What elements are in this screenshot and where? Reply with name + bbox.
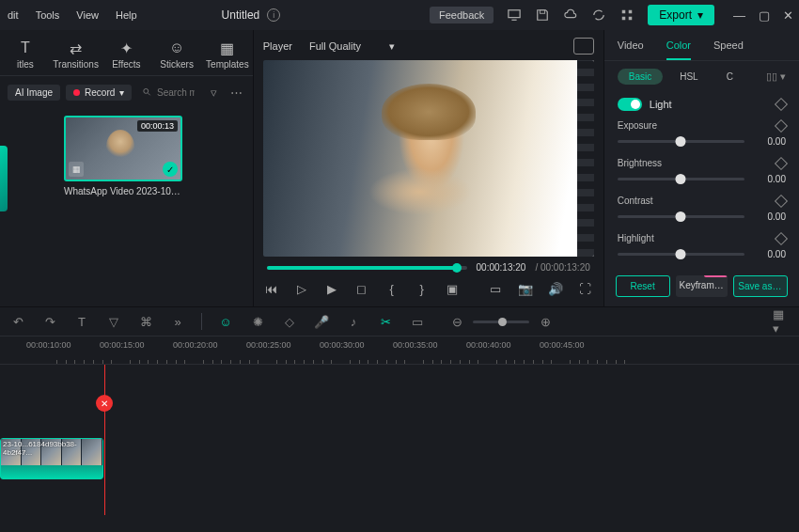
caption-icon[interactable]: ▭ — [409, 313, 426, 330]
expand-icon[interactable]: » — [169, 313, 186, 330]
check-icon: ✓ — [163, 162, 178, 177]
layout-icon[interactable]: ▦ ▾ — [773, 313, 790, 330]
search-input[interactable] — [137, 84, 199, 101]
keyframe-path-button[interactable]: Keyframe P...BETA — [676, 275, 728, 297]
quality-selector[interactable]: Full Quality▾ — [309, 40, 395, 53]
clip-label: 23-10...6184d93bb38-4b2f47... — [3, 440, 102, 457]
play-button[interactable]: ▶ — [323, 280, 340, 297]
ruler-tick: 00:00:45:00 — [540, 340, 585, 350]
timeline-ruler[interactable]: 00:00:10:0000:00:15:0000:00:20:0000:00:2… — [0, 336, 799, 365]
tab-video[interactable]: Video — [618, 39, 644, 60]
text-tool-icon[interactable]: T — [73, 313, 90, 330]
playhead-marker-icon: ✕ — [96, 395, 113, 412]
save-custom-button[interactable]: Save as cu... — [733, 275, 788, 297]
subtab-basic[interactable]: Basic — [618, 69, 663, 85]
menu-help[interactable]: Help — [116, 9, 137, 21]
save-icon[interactable] — [535, 8, 550, 23]
highlight-slider[interactable] — [618, 253, 744, 256]
mic-icon[interactable]: 🎤 — [313, 313, 330, 330]
smiley-icon[interactable]: ☺ — [217, 313, 234, 330]
undo-icon[interactable]: ↶ — [9, 313, 26, 330]
keyframe-icon[interactable] — [775, 118, 788, 132]
snapshot-icon[interactable] — [573, 38, 594, 55]
timeline-clip[interactable]: 23-10...6184d93bb38-4b2f47... — [0, 438, 103, 479]
zoom-out-button[interactable]: ⊖ — [448, 313, 465, 330]
export-button[interactable]: Export▾ — [648, 5, 714, 25]
playback-slider[interactable] — [267, 266, 467, 270]
menu-edit[interactable]: dit — [8, 9, 19, 21]
grid-icon[interactable] — [619, 8, 634, 23]
ruler-tick: 00:00:40:00 — [466, 340, 511, 350]
stop-button[interactable]: ◻ — [353, 280, 370, 297]
crop-icon[interactable]: ▣ — [444, 280, 461, 297]
exposure-value: 0.00 — [754, 136, 786, 147]
media-duration: 00:00:13 — [137, 120, 178, 132]
display-icon[interactable]: ▭ — [487, 280, 504, 297]
mark-in-button[interactable]: { — [384, 280, 400, 297]
prop-contrast: Contrast 0.00 — [604, 192, 799, 229]
exposure-slider[interactable] — [618, 140, 744, 143]
tab-transitions[interactable]: ⇄Transitions — [51, 36, 102, 75]
record-button[interactable]: Record▾ — [66, 85, 132, 101]
prop-label: Highlight — [618, 233, 654, 243]
redo-icon[interactable]: ↷ — [41, 313, 58, 330]
compare-icon[interactable]: ▯▯ ▾ — [766, 70, 786, 83]
light-toggle[interactable] — [618, 98, 642, 111]
preview-video[interactable] — [263, 60, 594, 257]
link-icon[interactable]: ⌘ — [137, 313, 154, 330]
more-icon[interactable]: ⋯ — [228, 84, 245, 101]
shield-icon[interactable]: ◇ — [281, 313, 298, 330]
tab-stickers[interactable]: ☺Stickers — [151, 36, 202, 75]
media-item[interactable]: 00:00:13 ▦ ✓ WhatsApp Video 2023-10-05..… — [64, 116, 182, 196]
tab-speed[interactable]: Speed — [713, 39, 744, 60]
tab-color[interactable]: Color — [666, 39, 691, 60]
info-icon[interactable]: i — [267, 8, 280, 22]
templates-icon: ▦ — [218, 39, 237, 56]
step-back-button[interactable]: ▷ — [293, 280, 310, 297]
mark-out-button[interactable]: } — [414, 280, 431, 297]
prev-frame-button[interactable]: ⏮ — [263, 280, 280, 297]
subtab-curves[interactable]: C — [715, 69, 744, 85]
subtab-hsl[interactable]: HSL — [668, 69, 709, 85]
keyframe-icon[interactable] — [775, 98, 788, 111]
split-icon[interactable]: ✂ — [377, 313, 394, 330]
cloud-icon[interactable] — [563, 8, 578, 23]
maximize-button[interactable]: ▢ — [759, 8, 770, 23]
refresh-icon[interactable] — [591, 8, 606, 23]
filter-icon[interactable]: ▿ — [206, 84, 223, 101]
feedback-button[interactable]: Feedback — [430, 7, 494, 23]
close-button[interactable]: ✕ — [783, 8, 793, 23]
ai-image-button[interactable]: AI Image — [8, 85, 60, 101]
fullscreen-icon[interactable]: ⛶ — [577, 280, 594, 297]
monitor-icon[interactable] — [507, 8, 522, 23]
brightness-slider[interactable] — [618, 178, 744, 180]
svg-rect-4 — [629, 10, 633, 14]
marker-icon[interactable]: ▽ — [105, 313, 122, 330]
template-card[interactable] — [0, 146, 8, 211]
volume-icon[interactable]: 🔊 — [547, 280, 564, 297]
contrast-slider[interactable] — [618, 215, 744, 218]
prop-label: Exposure — [618, 120, 657, 131]
menu-tools[interactable]: Tools — [36, 9, 60, 21]
keyframe-icon[interactable] — [775, 156, 788, 169]
svg-rect-0 — [509, 10, 520, 18]
camera-icon[interactable]: 📷 — [517, 280, 534, 297]
tab-effects[interactable]: ✦Effects — [102, 36, 152, 75]
total-time: / 00:00:13:20 — [535, 262, 589, 273]
music-icon[interactable]: ♪ — [345, 313, 362, 330]
timeline-tracks[interactable]: 23-10...6184d93bb38-4b2f47... ✕ — [0, 365, 799, 515]
properties-panel: Video Color Speed Basic HSL C ▯▯ ▾ Light… — [603, 30, 799, 306]
menu-view[interactable]: View — [76, 9, 99, 21]
media-type-icon: ▦ — [69, 162, 84, 177]
zoom-in-button[interactable]: ⊕ — [537, 313, 554, 330]
minimize-button[interactable]: — — [733, 8, 745, 23]
zoom-slider[interactable] — [473, 321, 529, 323]
tab-titles[interactable]: Titles — [0, 36, 51, 75]
ruler-tick: 00:00:15:00 — [100, 340, 145, 350]
keyframe-icon[interactable] — [775, 194, 788, 207]
tab-templates[interactable]: ▦Templates — [202, 36, 253, 75]
adjust-icon[interactable]: ✺ — [249, 313, 266, 330]
playhead[interactable]: ✕ — [104, 365, 105, 515]
reset-button[interactable]: Reset — [616, 275, 670, 297]
keyframe-icon[interactable] — [775, 231, 788, 244]
